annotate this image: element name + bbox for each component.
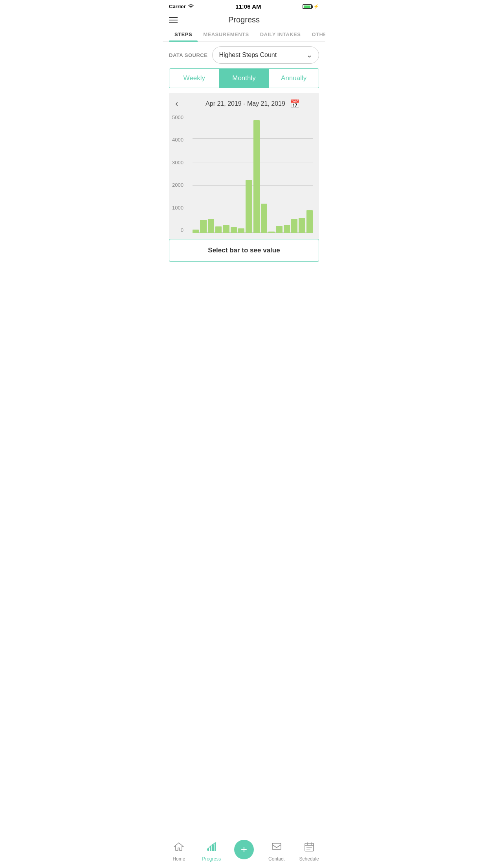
tab-steps[interactable]: STEPS	[169, 28, 198, 41]
status-time: 11:06 AM	[235, 3, 261, 10]
data-source-selected: Highest Steps Count	[219, 51, 277, 59]
chevron-down-icon: ⌄	[306, 51, 312, 59]
bar-6[interactable]	[238, 228, 244, 233]
period-weekly[interactable]: Weekly	[169, 69, 219, 88]
select-bar-info[interactable]: Select bar to see value	[169, 239, 319, 262]
tab-others[interactable]: OTHERS	[306, 28, 325, 41]
bar-5[interactable]	[231, 227, 237, 233]
chart-back-button[interactable]: ‹	[175, 99, 178, 109]
bar-12[interactable]	[284, 225, 290, 233]
bar-7[interactable]	[246, 180, 252, 233]
bar-10[interactable]	[268, 232, 275, 233]
tab-measurements[interactable]: MEASUREMENTS	[198, 28, 255, 41]
bar-9[interactable]	[261, 204, 267, 233]
tab-bar: STEPS MEASUREMENTS DAILY INTAKES OTHERS	[163, 28, 325, 42]
bar-1[interactable]	[200, 220, 206, 233]
data-source-dropdown[interactable]: Highest Steps Count ⌄	[212, 46, 319, 64]
bar-15[interactable]	[306, 210, 313, 233]
bar-11[interactable]	[276, 226, 282, 233]
y-label-5000: 5000	[172, 115, 183, 120]
period-annually[interactable]: Annually	[269, 69, 319, 88]
status-right: ⚡	[303, 4, 319, 9]
period-monthly[interactable]: Monthly	[219, 69, 269, 88]
header: Progress	[163, 11, 325, 28]
tab-daily-intakes[interactable]: DAILY INTAKES	[255, 28, 306, 41]
y-label-0: 0	[172, 228, 183, 233]
battery-icon	[303, 4, 312, 9]
chart-nav: ‹ Apr 21, 2019 - May 21, 2019 📅	[193, 99, 313, 108]
menu-button[interactable]	[169, 17, 178, 23]
bar-14[interactable]	[299, 218, 305, 233]
data-source-row: DATA SOURCE Highest Steps Count ⌄	[163, 42, 325, 68]
charging-bolt: ⚡	[314, 4, 319, 9]
y-label-2000: 2000	[172, 182, 183, 188]
y-label-1000: 1000	[172, 205, 183, 210]
calendar-icon[interactable]: 📅	[290, 99, 300, 108]
status-bar: Carrier 11:06 AM ⚡	[163, 0, 325, 11]
bar-0[interactable]	[193, 230, 199, 233]
y-label-4000: 4000	[172, 137, 183, 142]
wifi-icon	[188, 4, 194, 9]
bar-4[interactable]	[223, 225, 229, 233]
carrier-text: Carrier	[169, 4, 186, 9]
bar-13[interactable]	[291, 219, 297, 233]
y-axis: 5000 4000 3000 2000 1000 0	[172, 115, 183, 233]
data-source-label: DATA SOURCE	[169, 52, 207, 58]
y-label-3000: 3000	[172, 160, 183, 165]
bars-wrapper	[193, 115, 313, 233]
bar-chart: 5000 4000 3000 2000 1000 0	[193, 115, 313, 233]
bar-3[interactable]	[215, 226, 222, 233]
select-bar-text: Select bar to see value	[208, 246, 280, 254]
period-selector: Weekly Monthly Annually	[169, 68, 319, 88]
status-left: Carrier	[169, 4, 194, 9]
chart-container: ‹ Apr 21, 2019 - May 21, 2019 📅 5000 400…	[169, 93, 319, 239]
page-title: Progress	[228, 15, 260, 24]
bar-2[interactable]	[208, 219, 214, 233]
chart-date-range: Apr 21, 2019 - May 21, 2019	[205, 100, 285, 107]
bar-8[interactable]	[253, 120, 260, 233]
